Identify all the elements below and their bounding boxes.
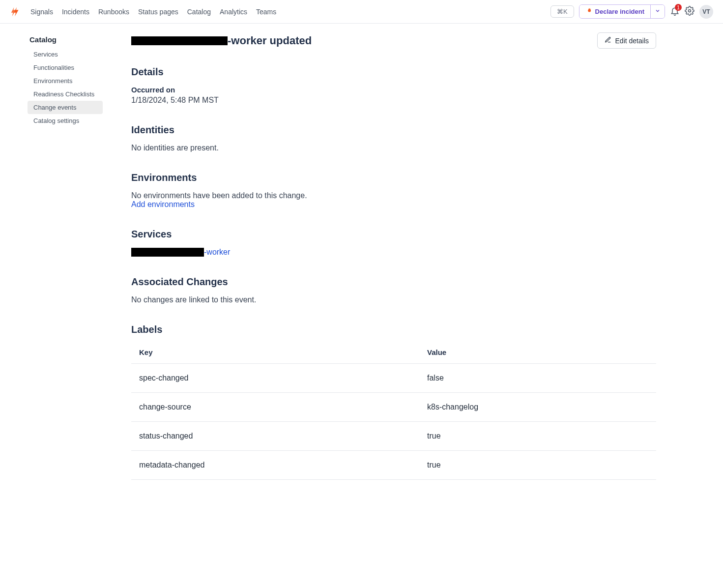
- declare-incident-caret[interactable]: [650, 5, 665, 18]
- page-header: -worker updated Edit details: [131, 32, 656, 49]
- pencil-icon: [605, 36, 611, 45]
- labels-table: Key Value spec-changed false change-sour…: [131, 343, 656, 480]
- nav-link-status-pages[interactable]: Status pages: [138, 8, 178, 16]
- table-row: spec-changed false: [131, 364, 656, 393]
- sidebar-item-services[interactable]: Services: [0, 48, 106, 61]
- sidebar-item-change-events[interactable]: Change events: [28, 101, 103, 114]
- edit-details-button[interactable]: Edit details: [597, 32, 656, 49]
- nav-link-runbooks[interactable]: Runbooks: [98, 8, 129, 16]
- label-value: true: [419, 422, 656, 451]
- details-heading: Details: [131, 66, 656, 78]
- declare-incident-button[interactable]: Declare incident: [579, 5, 650, 18]
- associated-changes-heading: Associated Changes: [131, 276, 656, 288]
- table-row: metadata-changed true: [131, 451, 656, 480]
- labels-heading: Labels: [131, 324, 656, 335]
- section-environments: Environments No environments have been a…: [131, 172, 656, 209]
- edit-details-label: Edit details: [615, 37, 649, 45]
- section-details: Details Occurred on 1/18/2024, 5:48 PM M…: [131, 66, 656, 105]
- declare-incident-group: Declare incident: [579, 4, 665, 19]
- section-labels: Labels Key Value spec-changed false chan…: [131, 324, 656, 480]
- content: -worker updated Edit details Details Occ…: [106, 24, 686, 529]
- nav-link-incidents[interactable]: Incidents: [62, 8, 89, 16]
- redacted-service-prefix: [131, 248, 204, 257]
- notification-badge: 1: [675, 4, 682, 11]
- redacted-title-prefix: [131, 36, 228, 45]
- chevron-down-icon: [655, 8, 661, 15]
- service-link[interactable]: -worker: [204, 248, 230, 257]
- page-title: -worker updated: [228, 34, 312, 47]
- label-key: metadata-changed: [131, 451, 419, 480]
- occurred-on-label: Occurred on: [131, 86, 656, 94]
- environments-heading: Environments: [131, 172, 656, 183]
- sidebar-item-functionalities[interactable]: Functionalities: [0, 61, 106, 74]
- add-environments-link[interactable]: Add environments: [131, 200, 195, 208]
- labels-col-value: Value: [419, 343, 656, 364]
- label-value: false: [419, 364, 656, 393]
- label-value: k8s-changelog: [419, 393, 656, 422]
- identities-empty: No identities are present.: [131, 144, 656, 152]
- sidebar: Catalog Services Functionalities Environ…: [0, 24, 106, 529]
- label-key: spec-changed: [131, 364, 419, 393]
- label-value: true: [419, 451, 656, 480]
- label-key: change-source: [131, 393, 419, 422]
- section-identities: Identities No identities are present.: [131, 124, 656, 152]
- section-associated-changes: Associated Changes No changes are linked…: [131, 276, 656, 304]
- avatar[interactable]: VT: [699, 5, 713, 19]
- label-key: status-changed: [131, 422, 419, 451]
- associated-changes-empty: No changes are linked to this event.: [131, 295, 656, 304]
- table-row: change-source k8s-changelog: [131, 393, 656, 422]
- sidebar-item-environments[interactable]: Environments: [0, 74, 106, 88]
- sidebar-heading: Catalog: [0, 35, 106, 48]
- table-row: status-changed true: [131, 422, 656, 451]
- top-nav: Signals Incidents Runbooks Status pages …: [0, 0, 723, 24]
- nav-links: Signals Incidents Runbooks Status pages …: [30, 8, 276, 16]
- nav-link-analytics[interactable]: Analytics: [220, 8, 247, 16]
- declare-incident-label: Declare incident: [595, 8, 644, 15]
- nav-link-catalog[interactable]: Catalog: [187, 8, 211, 16]
- nav-link-signals[interactable]: Signals: [30, 8, 53, 16]
- svg-point-0: [689, 10, 691, 12]
- nav-right: ⌘K Declare incident 1: [550, 4, 713, 19]
- occurred-on-value: 1/18/2024, 5:48 PM MST: [131, 96, 656, 105]
- fire-icon: [585, 7, 592, 16]
- identities-heading: Identities: [131, 124, 656, 136]
- section-services: Services -worker: [131, 229, 656, 257]
- page-title-wrap: -worker updated: [131, 34, 312, 47]
- nav-link-teams[interactable]: Teams: [256, 8, 276, 16]
- sidebar-item-readiness-checklists[interactable]: Readiness Checklists: [0, 88, 106, 101]
- logo[interactable]: [10, 6, 22, 18]
- notifications-button[interactable]: 1: [670, 6, 680, 17]
- environments-empty: No environments have been added to this …: [131, 191, 656, 200]
- gear-icon: [685, 6, 694, 17]
- sidebar-item-catalog-settings[interactable]: Catalog settings: [0, 114, 106, 127]
- service-item: -worker: [131, 248, 656, 257]
- main-layout: Catalog Services Functionalities Environ…: [0, 24, 723, 529]
- command-k-button[interactable]: ⌘K: [550, 5, 574, 18]
- settings-button[interactable]: [685, 6, 694, 17]
- labels-col-key: Key: [131, 343, 419, 364]
- services-heading: Services: [131, 229, 656, 240]
